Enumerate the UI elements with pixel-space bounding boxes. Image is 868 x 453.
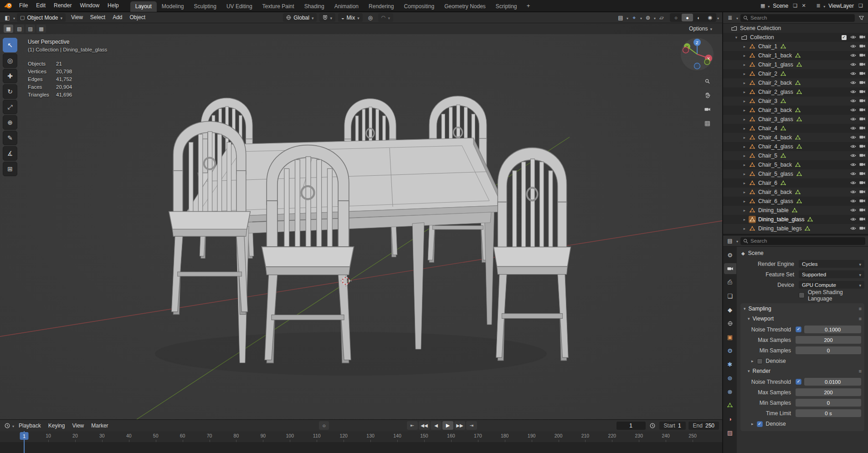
- workspace-tab-shading[interactable]: Shading: [299, 1, 329, 12]
- expand-arrow-icon[interactable]: [741, 53, 748, 58]
- outliner-row[interactable]: Chair_4_glass: [723, 142, 868, 151]
- properties-tab-physics[interactable]: ⊚: [724, 372, 736, 383]
- chevron-down-icon[interactable]: [654, 15, 656, 21]
- feature-set-dropdown[interactable]: Supported: [799, 270, 864, 278]
- sampling-presets-icon[interactable]: ≡: [859, 306, 861, 311]
- expand-arrow-icon[interactable]: [741, 135, 748, 140]
- delete-scene-icon[interactable]: ✕: [800, 2, 807, 10]
- outliner-row[interactable]: Chair_6_glass: [723, 197, 868, 206]
- disable-in-renders-icon[interactable]: [859, 162, 865, 168]
- render-denoise-checkbox[interactable]: [757, 421, 763, 427]
- workspace-tab-layout[interactable]: Layout: [130, 1, 157, 12]
- outliner-row[interactable]: Chair_3_back: [723, 106, 868, 115]
- tool-annotate[interactable]: ✎: [3, 131, 17, 145]
- tool-scale[interactable]: ⤢: [3, 100, 17, 114]
- hide-in-viewport-icon[interactable]: [850, 107, 856, 113]
- shading-solid-button[interactable]: ●: [682, 14, 693, 21]
- outliner-row[interactable]: Chair_2_glass: [723, 87, 868, 97]
- viewport-menu-add[interactable]: Add: [109, 12, 126, 23]
- prev-keyframe-button[interactable]: ◀◀: [419, 421, 430, 430]
- disable-in-renders-icon[interactable]: [859, 225, 865, 232]
- viewport-menu-object[interactable]: Object: [126, 12, 149, 23]
- expand-arrow-icon[interactable]: [741, 181, 748, 185]
- properties-tab-world[interactable]: [724, 318, 736, 329]
- viewport-min-samples-field[interactable]: 0: [796, 346, 861, 354]
- chevron-down-icon[interactable]: [627, 15, 628, 21]
- disable-in-renders-icon[interactable]: [859, 207, 865, 214]
- hide-in-viewport-icon[interactable]: [850, 162, 856, 168]
- workspace-tab-modeling[interactable]: Modeling: [157, 1, 189, 12]
- end-frame-field[interactable]: End 250: [688, 422, 719, 430]
- viewport-canvas[interactable]: [0, 23, 722, 419]
- xray-toggle[interactable]: ▱: [657, 13, 667, 22]
- jump-to-end-button[interactable]: ⇥: [466, 421, 477, 430]
- orthographic-toggle-button[interactable]: [702, 118, 712, 128]
- outliner-row-scene-collection[interactable]: Scene Collection: [723, 24, 868, 33]
- pan-button[interactable]: [702, 90, 712, 100]
- outliner-row-collection[interactable]: Collection: [723, 33, 868, 42]
- outliner-row[interactable]: Chair_1_back: [723, 51, 868, 60]
- shading-wireframe-button[interactable]: ○: [670, 14, 682, 21]
- render-engine-dropdown[interactable]: Cycles: [799, 260, 864, 268]
- hide-in-viewport-icon[interactable]: [850, 98, 856, 104]
- properties-tab-constraints[interactable]: ⊗: [724, 386, 736, 397]
- expand-arrow-icon[interactable]: [741, 117, 748, 122]
- expand-arrow-icon[interactable]: [741, 126, 748, 131]
- outliner-row[interactable]: Chair_5: [723, 151, 868, 160]
- disable-in-renders-icon[interactable]: [859, 52, 865, 59]
- properties-tab-modifiers[interactable]: ⚙: [724, 345, 736, 356]
- workspace-tab-animation[interactable]: Animation: [329, 1, 364, 12]
- properties-tab-output[interactable]: ⎙: [724, 277, 736, 288]
- properties-tab-tool[interactable]: ⚙: [724, 249, 736, 260]
- outliner-row[interactable]: Chair_5_back: [723, 160, 868, 169]
- hide-in-viewport-icon[interactable]: [850, 71, 856, 77]
- tool-cursor[interactable]: ◎: [3, 53, 17, 68]
- select-mode-intersect-icon[interactable]: ▩: [36, 25, 46, 33]
- disable-in-renders-icon[interactable]: [859, 125, 865, 132]
- properties-search-input[interactable]: Search: [740, 237, 865, 245]
- workspace-tab-uv-editing[interactable]: UV Editing: [221, 1, 257, 12]
- viewport-subpanel-header[interactable]: Viewport ≡: [740, 314, 864, 324]
- properties-tab-material[interactable]: ◑: [724, 413, 736, 424]
- osl-checkbox[interactable]: [799, 292, 805, 298]
- hide-in-viewport-icon[interactable]: [850, 125, 856, 132]
- expand-arrow-icon[interactable]: [741, 153, 748, 158]
- time-limit-field[interactable]: 0 s: [796, 409, 861, 417]
- outliner-row[interactable]: Chair_2_back: [723, 78, 868, 87]
- disable-in-renders-icon[interactable]: [859, 80, 865, 86]
- timeline-menu-view[interactable]: View: [68, 420, 87, 431]
- viewport-menu-select[interactable]: Select: [87, 12, 109, 23]
- auto-keying-toggle[interactable]: ○: [319, 421, 329, 430]
- outliner-row[interactable]: Chair_6: [723, 178, 868, 188]
- select-mode-subtract-icon[interactable]: ▨: [26, 25, 35, 33]
- expand-arrow-icon[interactable]: [741, 226, 748, 231]
- disable-in-renders-icon[interactable]: [859, 89, 865, 95]
- disable-in-renders-icon[interactable]: [859, 153, 865, 159]
- blender-logo[interactable]: [4, 2, 12, 9]
- playhead[interactable]: 1: [24, 431, 25, 453]
- viewlayer-chevron-icon[interactable]: [823, 3, 825, 9]
- add-workspace-button[interactable]: +: [524, 1, 533, 10]
- snap-target-dropdown[interactable]: ◒ Mix: [338, 13, 363, 22]
- navigation-gizmo[interactable]: Z X Y: [680, 37, 714, 71]
- workspace-tab-compositing[interactable]: Compositing: [399, 1, 439, 12]
- preview-range-toggle[interactable]: [648, 422, 657, 430]
- properties-editor-icon[interactable]: ▤: [726, 237, 734, 245]
- new-scene-icon[interactable]: ❏: [791, 2, 799, 10]
- expand-arrow-icon[interactable]: [741, 81, 748, 85]
- chevron-down-icon[interactable]: [736, 238, 738, 244]
- hide-in-viewport-icon[interactable]: [850, 116, 856, 122]
- zoom-button[interactable]: [702, 76, 712, 86]
- timeline-editor-icon[interactable]: [3, 422, 11, 430]
- disable-in-renders-icon[interactable]: [859, 116, 865, 122]
- hide-in-viewport-icon[interactable]: [850, 198, 856, 204]
- timeline-menu-keying[interactable]: Keying: [45, 420, 69, 431]
- workspace-tab-geometry-nodes[interactable]: Geometry Nodes: [439, 1, 491, 12]
- expand-arrow-icon[interactable]: [741, 172, 748, 176]
- falloff-dropdown[interactable]: ◠: [378, 13, 393, 22]
- hide-in-viewport-icon[interactable]: [850, 52, 856, 59]
- sampling-panel-header[interactable]: Sampling ≡: [740, 303, 864, 314]
- outliner-row[interactable]: Chair_3_glass: [723, 115, 868, 124]
- properties-tab-object[interactable]: ▣: [724, 331, 736, 342]
- filter-icon[interactable]: [857, 14, 865, 22]
